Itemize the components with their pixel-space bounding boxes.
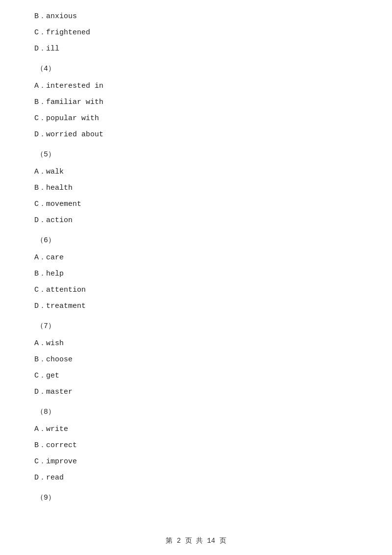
question-5-number: （5） [34, 148, 358, 161]
q5-option-c: C．movement [34, 198, 358, 211]
q8-option-c: C．improve [34, 455, 358, 468]
question-8-number: （8） [34, 405, 358, 419]
question-9-number: （9） [34, 491, 358, 505]
q7-option-b: B．choose [34, 353, 358, 366]
q4-option-d: D．worried about [34, 128, 358, 141]
q6-option-d: D．treatment [34, 300, 358, 313]
q6-option-b: B．help [34, 267, 358, 280]
q4-option-b: B．familiar with [34, 96, 358, 109]
q5-option-b: B．health [34, 181, 358, 195]
page-footer: 第 2 页 共 14 页 [0, 536, 392, 545]
q7-option-c: C．get [34, 369, 358, 382]
q8-option-d: D．read [34, 471, 358, 484]
question-7-number: （7） [34, 320, 358, 333]
option-d-ill: D．ill [34, 42, 358, 55]
q8-option-a: A．write [34, 423, 358, 436]
q4-option-a: A．interested in [34, 79, 358, 93]
q7-option-d: D．master [34, 385, 358, 399]
question-6-number: （6） [34, 234, 358, 247]
page-content: B．anxious C．frightened D．ill （4） A．inter… [0, 0, 392, 538]
q7-option-a: A．wish [34, 337, 358, 350]
q8-option-b: B．correct [34, 439, 358, 452]
option-b-anxious: B．anxious [34, 10, 358, 23]
q6-option-c: C．attention [34, 283, 358, 297]
q5-option-a: A．walk [34, 165, 358, 178]
option-c-frightened: C．frightened [34, 26, 358, 39]
question-4-number: （4） [34, 62, 358, 76]
q6-option-a: A．care [34, 251, 358, 264]
q5-option-d: D．action [34, 214, 358, 227]
q4-option-c: C．popular with [34, 112, 358, 125]
